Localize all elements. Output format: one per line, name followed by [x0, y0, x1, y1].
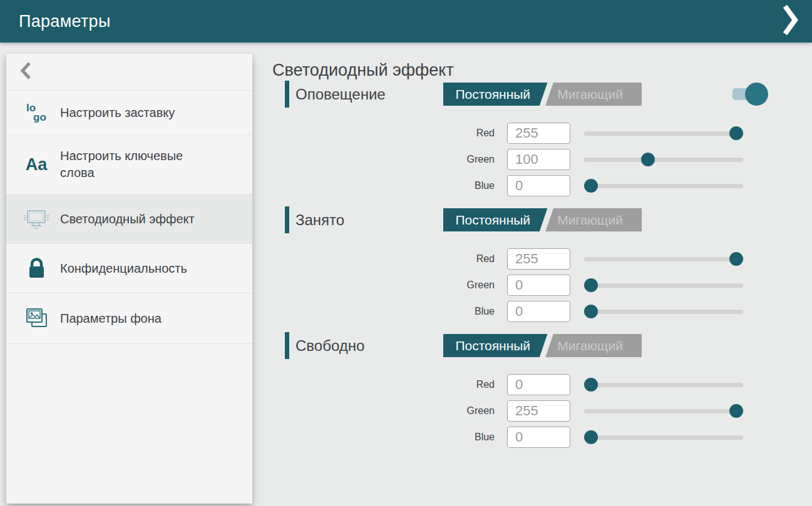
page-title: Светодиодный эффект [272, 59, 812, 81]
slider-track[interactable] [584, 184, 743, 188]
slider-track[interactable] [584, 257, 743, 261]
color-row-red: Red [272, 120, 812, 146]
green-value-input[interactable] [507, 149, 570, 170]
mode-toggle: Постоянный Мигающий [443, 208, 642, 231]
lock-icon [21, 256, 51, 280]
slider-track[interactable] [584, 310, 743, 314]
chevron-left-icon [20, 61, 31, 83]
aa-icon: Aa [21, 155, 51, 174]
red-label: Red [272, 379, 507, 390]
section-accent-bar [285, 81, 289, 108]
mode-toggle: Постоянный Мигающий [443, 334, 642, 357]
color-row-red: Red [272, 246, 812, 272]
sidebar-item-label: Настроить ключевые слова [60, 148, 217, 181]
slider-thumb[interactable] [729, 252, 743, 266]
red-value-input[interactable] [507, 123, 570, 144]
enable-switch[interactable] [732, 83, 768, 106]
sidebar-item-background[interactable]: Параметры фона [6, 293, 252, 344]
color-row-green: Green [272, 398, 812, 424]
settings-window: Параметры logo Настроить заставку [0, 0, 812, 506]
color-row-red: Red [272, 372, 812, 398]
red-slider[interactable] [584, 126, 743, 140]
blue-value-input[interactable] [507, 175, 570, 196]
blue-value-input[interactable] [507, 301, 570, 322]
section-notification: Оповещение Постоянный Мигающий Red [272, 81, 812, 199]
blue-label: Blue [272, 306, 507, 317]
sidebar-item-label: Параметры фона [60, 310, 217, 327]
slider-thumb[interactable] [729, 126, 743, 140]
switch-thumb [745, 83, 768, 106]
sidebar-item-screensaver[interactable]: logo Настроить заставку [6, 91, 252, 135]
sidebar-item-keywords[interactable]: Aa Настроить ключевые слова [6, 135, 252, 195]
mode-blinking-button[interactable]: Мигающий [547, 208, 634, 231]
sidebar-item-label: Светодиодный эффект [60, 211, 217, 228]
section-label: Оповещение [296, 86, 386, 103]
section-free: Свободно Постоянный Мигающий Red [272, 332, 812, 450]
slider-thumb[interactable] [584, 305, 598, 318]
slider-track[interactable] [584, 158, 743, 162]
section-label: Занято [296, 211, 344, 229]
red-slider[interactable] [584, 378, 743, 392]
slider-thumb[interactable] [584, 430, 598, 444]
slider-thumb[interactable] [729, 404, 743, 418]
green-slider[interactable] [584, 404, 743, 418]
section-accent-bar [285, 332, 289, 359]
red-value-input[interactable] [507, 374, 570, 395]
color-row-blue: Blue [272, 424, 812, 450]
sidebar-item-led-effect[interactable]: Светодиодный эффект [6, 195, 252, 244]
color-row-green: Green [272, 146, 812, 173]
sidebar-item-label: Настроить заставку [60, 104, 217, 121]
green-value-input[interactable] [507, 275, 570, 296]
slider-track[interactable] [584, 435, 743, 440]
blue-value-input[interactable] [507, 427, 570, 448]
app-header: Параметры [0, 0, 812, 43]
mode-constant-button[interactable]: Постоянный [443, 83, 543, 106]
green-label: Green [272, 154, 507, 165]
green-slider[interactable] [584, 278, 743, 292]
settings-sidebar: logo Настроить заставку Aa Настроить клю… [6, 54, 252, 503]
section-label: Свободно [296, 337, 364, 355]
logo-icon: logo [21, 103, 51, 122]
mode-constant-button[interactable]: Постоянный [443, 334, 543, 357]
red-value-input[interactable] [507, 248, 570, 270]
red-label: Red [272, 128, 507, 139]
blue-slider[interactable] [584, 179, 743, 193]
blue-label: Blue [272, 180, 507, 191]
green-slider[interactable] [584, 153, 743, 166]
mode-constant-button[interactable]: Постоянный [443, 208, 543, 231]
color-row-blue: Blue [272, 298, 812, 325]
led-effect-panel: Светодиодный эффект Оповещение Постоянны… [272, 59, 812, 458]
collapse-panel-button[interactable] [769, 4, 798, 39]
color-row-green: Green [272, 272, 812, 298]
slider-thumb[interactable] [584, 378, 598, 392]
slider-thumb[interactable] [641, 153, 655, 166]
slider-track[interactable] [584, 283, 743, 288]
images-icon [21, 306, 51, 331]
color-row-blue: Blue [272, 173, 812, 199]
green-value-input[interactable] [507, 400, 570, 422]
red-slider[interactable] [584, 252, 743, 266]
monitor-icon [21, 207, 51, 231]
blue-label: Blue [272, 432, 507, 443]
slider-track[interactable] [584, 383, 743, 387]
green-label: Green [272, 405, 507, 417]
green-label: Green [272, 280, 507, 291]
sidebar-back-button[interactable] [6, 54, 252, 91]
sidebar-item-label: Конфиденциальность [60, 260, 217, 277]
slider-track[interactable] [584, 409, 743, 413]
sidebar-item-privacy[interactable]: Конфиденциальность [6, 244, 252, 293]
app-title: Параметры [19, 12, 769, 31]
chevron-right-icon [782, 4, 798, 39]
slider-track[interactable] [584, 131, 743, 136]
slider-thumb[interactable] [584, 179, 598, 193]
slider-thumb[interactable] [584, 278, 598, 292]
section-busy: Занято Постоянный Мигающий Red [272, 206, 812, 325]
mode-blinking-button[interactable]: Мигающий [547, 83, 634, 106]
blue-slider[interactable] [584, 430, 743, 444]
red-label: Red [272, 253, 507, 265]
blue-slider[interactable] [584, 305, 743, 318]
mode-toggle: Постоянный Мигающий [443, 83, 642, 106]
mode-blinking-button[interactable]: Мигающий [547, 334, 634, 357]
section-accent-bar [285, 206, 289, 233]
